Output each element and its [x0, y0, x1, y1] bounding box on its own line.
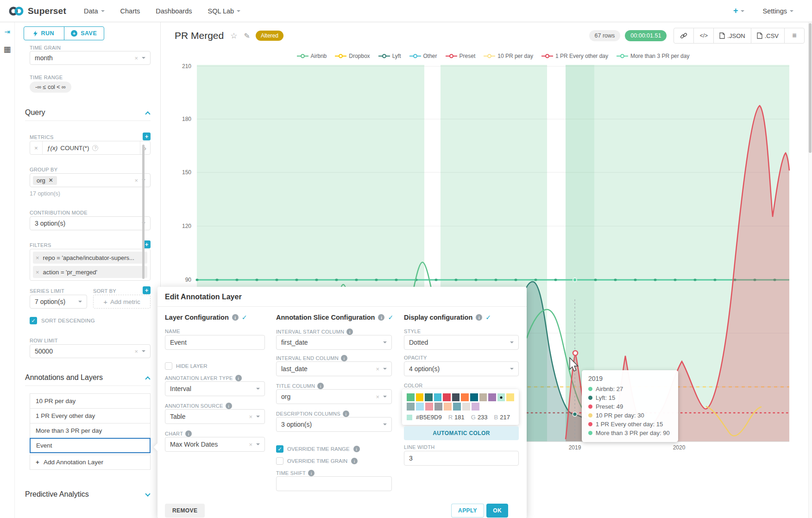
hide-layer-row[interactable]: HIDE LAYER	[165, 362, 208, 370]
time-grain-select[interactable]: month ×	[30, 51, 151, 65]
legend-item[interactable]: Dropbox	[335, 53, 370, 59]
info-icon[interactable]: i	[353, 446, 360, 452]
remove-chip-icon[interactable]: ✕	[49, 177, 53, 183]
collapse-panel-icon[interactable]: ⇥	[4, 28, 10, 36]
color-swatch[interactable]	[488, 393, 496, 401]
superset-logo[interactable]: Superset	[8, 6, 66, 17]
add-metric-button[interactable]: +	[143, 133, 151, 140]
color-swatch[interactable]	[452, 393, 460, 401]
color-swatch[interactable]	[434, 403, 442, 411]
interval-end-select[interactable]: last_date ×	[276, 361, 392, 376]
sort-descending-row[interactable]: ✓ SORT DESCENDING	[30, 317, 95, 324]
checkbox-checked-icon[interactable]: ✓	[30, 317, 37, 324]
nav-item-data[interactable]: Data	[84, 7, 105, 15]
nav-item-dashboards[interactable]: Dashboards	[156, 7, 192, 15]
override-time-range-row[interactable]: ✓ OVERRIDE TIME RANGE i	[276, 445, 360, 453]
interval-start-select[interactable]: first_date	[276, 335, 392, 350]
embed-code-button[interactable]: </>	[693, 28, 714, 44]
annotation-layer-item[interactable]: More than 3 PR per day	[30, 423, 151, 438]
remove-filter-icon[interactable]: ×	[36, 254, 39, 261]
color-swatch[interactable]	[425, 393, 433, 401]
color-swatch[interactable]	[434, 393, 442, 401]
annotation-layer-type-select[interactable]: Interval	[165, 381, 265, 396]
hex-value[interactable]: #B5E9D9	[416, 414, 442, 421]
style-select[interactable]: Dotted	[404, 335, 519, 350]
legend-item[interactable]: Airbnb	[297, 53, 327, 59]
color-swatch[interactable]	[461, 393, 469, 401]
altered-badge[interactable]: Altered	[256, 31, 283, 41]
checkbox-unchecked-icon[interactable]	[165, 362, 172, 370]
color-swatch[interactable]	[470, 393, 478, 401]
color-swatch[interactable]	[425, 403, 433, 411]
info-icon[interactable]: i	[185, 430, 192, 437]
checkbox-checked-icon[interactable]: ✓	[276, 445, 283, 453]
checkbox-unchecked-icon[interactable]	[276, 457, 283, 465]
automatic-color-button[interactable]: AUTOMATIC COLOR	[404, 426, 519, 440]
star-icon[interactable]: ☆	[230, 31, 237, 41]
collapse-query-icon[interactable]	[145, 111, 150, 116]
clear-icon[interactable]: ×	[134, 348, 138, 355]
expand-predictive-icon[interactable]	[145, 491, 150, 496]
nav-item-sqllab[interactable]: SQL Lab	[208, 7, 240, 15]
clear-icon[interactable]: ×	[134, 177, 138, 184]
color-swatch[interactable]	[407, 403, 415, 411]
contribution-mode-select[interactable]: 3 option(s)	[30, 216, 151, 230]
annotation-layer-item[interactable]: 10 PR per day	[30, 393, 151, 409]
legend-item[interactable]: More than 3 PR per day	[617, 53, 689, 59]
color-swatch[interactable]	[453, 403, 461, 411]
edit-title-icon[interactable]: ✎	[244, 32, 250, 40]
info-icon[interactable]: i	[226, 403, 232, 409]
override-time-grain-row[interactable]: OVERRIDE TIME GRAIN i	[276, 457, 358, 465]
remove-button[interactable]: REMOVE	[165, 504, 205, 518]
legend-item[interactable]: Lyft	[378, 53, 401, 59]
info-icon[interactable]: i	[317, 383, 324, 389]
info-icon[interactable]: i	[343, 411, 349, 417]
info-icon[interactable]: i	[476, 314, 482, 321]
info-icon[interactable]: i	[235, 375, 242, 381]
color-swatch[interactable]	[416, 393, 424, 401]
series-limit-select[interactable]: 7 option(s)	[30, 295, 87, 309]
group-by-chip[interactable]: org✕	[33, 176, 57, 185]
legend-item[interactable]: 1 PR Every other day	[541, 53, 608, 59]
row-limit-select[interactable]: 50000 ×	[30, 344, 151, 358]
color-swatch[interactable]	[407, 393, 415, 401]
name-input[interactable]	[165, 335, 265, 350]
annotation-layer-item[interactable]: Event	[30, 438, 151, 453]
save-button[interactable]: + SAVE	[64, 27, 104, 40]
annotation-layer-item[interactable]: 1 PR Every other day	[30, 408, 151, 423]
export-json-button[interactable]: .JSON	[713, 28, 751, 44]
legend-item[interactable]: Preset	[446, 53, 476, 59]
expand-metric-icon[interactable]: ›	[140, 141, 150, 154]
time-shift-input[interactable]	[276, 476, 392, 491]
ok-button[interactable]: OK	[486, 504, 508, 518]
datasource-grid-icon[interactable]: ▦	[3, 44, 11, 54]
chart-select[interactable]: Max Work Dates ×	[165, 437, 265, 452]
copy-link-button[interactable]	[674, 28, 694, 44]
g-value[interactable]: 233	[478, 414, 488, 421]
color-swatch[interactable]	[462, 403, 470, 411]
remove-metric-icon[interactable]: ×	[30, 141, 43, 154]
color-swatch[interactable]	[479, 393, 487, 401]
collapse-annotations-icon[interactable]	[145, 376, 150, 381]
b-value[interactable]: 217	[500, 414, 510, 421]
title-column-select[interactable]: org ×	[276, 389, 392, 404]
clear-icon[interactable]: ×	[376, 393, 379, 400]
filter-pill[interactable]: ×repo = 'apache/incubator-supers...›	[33, 252, 147, 264]
description-columns-select[interactable]: 3 option(s)	[276, 417, 392, 432]
new-item-button[interactable]: +	[733, 6, 744, 16]
apply-button[interactable]: APPLY	[451, 504, 484, 518]
color-swatch[interactable]	[443, 393, 451, 401]
color-swatch[interactable]	[506, 393, 514, 401]
group-by-select[interactable]: org✕ ×	[30, 173, 151, 187]
opacity-select[interactable]: 4 option(s)	[404, 361, 519, 376]
info-icon[interactable]: i	[346, 328, 353, 335]
nav-item-charts[interactable]: Charts	[120, 7, 140, 15]
add-annotation-layer-button[interactable]: + Add Annotation Layer	[30, 455, 151, 470]
time-range-pill[interactable]: -∞ ≤ col < ∞	[30, 82, 71, 93]
run-button[interactable]: RUN	[24, 27, 64, 40]
info-icon[interactable]: i	[341, 355, 347, 361]
info-icon[interactable]: i	[308, 470, 315, 476]
color-swatch[interactable]	[444, 403, 452, 411]
settings-menu[interactable]: Settings	[763, 7, 793, 15]
page-scrollbar-track[interactable]	[808, 22, 812, 518]
